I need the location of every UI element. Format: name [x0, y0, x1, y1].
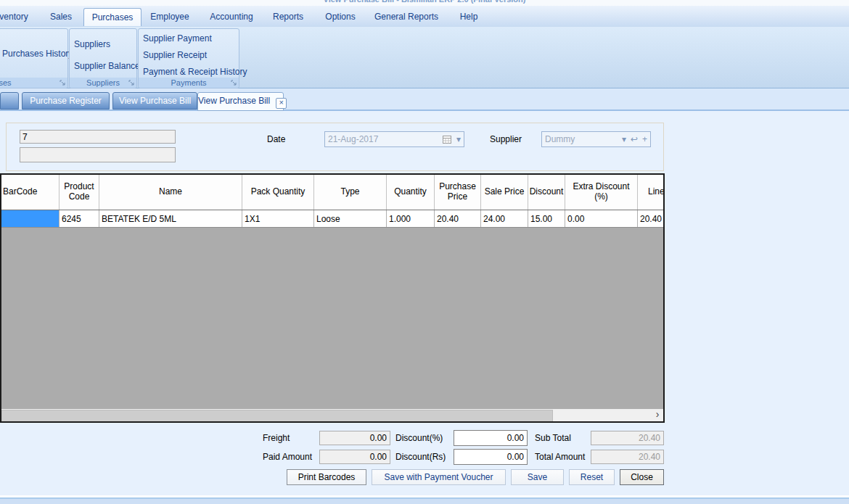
dialog-launcher-icon[interactable]: [128, 80, 135, 86]
close-button[interactable]: Close: [620, 469, 664, 485]
column-header-quantity[interactable]: Quantity: [387, 175, 435, 210]
menu-tab-general-reports[interactable]: General Reports: [369, 8, 444, 25]
date-label: Date: [267, 134, 285, 144]
menu-tab-purchases[interactable]: Purchases: [83, 8, 142, 26]
column-header-discount[interactable]: Discount: [528, 175, 565, 210]
column-header-name[interactable]: Name: [99, 175, 242, 210]
ribbon-item-payment-receipt-history[interactable]: Payment & Receipt History: [143, 67, 247, 77]
ribbon-group-payments: Supplier Payment Supplier Receipt Paymen…: [138, 28, 239, 88]
column-header-sale-price[interactable]: Sale Price: [481, 175, 528, 210]
tab-strip-underline: [0, 110, 849, 111]
supplier-label: Supplier: [490, 134, 522, 144]
menu-tab-options[interactable]: Options: [316, 8, 364, 25]
grid-header-row: BarCode Product Code Name Pack Quantity …: [1, 175, 665, 210]
doc-tab-view-purchase-bill-active[interactable]: View Purchase Bill×: [197, 92, 284, 111]
undo-icon[interactable]: ↩: [631, 134, 638, 144]
chevron-down-icon[interactable]: ▾: [456, 134, 461, 144]
save-button[interactable]: Save: [511, 469, 564, 485]
cell-discount[interactable]: 15.00: [528, 210, 565, 227]
cell-sale-price[interactable]: 24.00: [481, 210, 528, 227]
sub-total-label: Sub Total: [535, 433, 571, 443]
app-window: View Purchase Bill - Bismillah ERP 2.0 (…: [0, 0, 849, 504]
cell-barcode-selected[interactable]: [1, 210, 60, 227]
window-title: View Purchase Bill - Bismillah ERP 2.0 (…: [0, 0, 849, 4]
dialog-launcher-icon[interactable]: [60, 80, 66, 86]
grid-row[interactable]: 6245 BETATEK E/D 5ML 1X1 Loose 1.000 20.…: [1, 210, 665, 228]
scroll-right-icon[interactable]: ›: [652, 409, 663, 421]
total-amount-field: [591, 450, 664, 464]
bill-number-field[interactable]: [20, 130, 176, 144]
menu-tab-inventory[interactable]: ventory: [0, 8, 32, 25]
paid-amount-label: Paid Amount: [263, 452, 312, 462]
column-header-line-total[interactable]: Line Total: [638, 175, 665, 210]
ribbon-group-purchases-title: ses: [0, 78, 67, 88]
supplier-value: Dummy: [545, 134, 618, 144]
cell-pack-quantity[interactable]: 1X1: [242, 210, 314, 227]
ribbon-item-supplier-payment[interactable]: Supplier Payment: [143, 33, 212, 44]
cell-type[interactable]: Loose: [314, 210, 387, 227]
column-header-purchase-price[interactable]: Purchase Price: [435, 175, 481, 210]
cell-extra-discount[interactable]: 0.00: [565, 210, 638, 227]
ribbon-group-purchases: Purchases History ses: [0, 28, 68, 88]
grid-empty-area: [1, 228, 663, 409]
doc-tab-label: View Purchase Bill: [198, 96, 270, 106]
reset-button[interactable]: Reset: [569, 469, 615, 485]
discount-rs-field[interactable]: [454, 449, 528, 465]
column-header-barcode[interactable]: BarCode: [1, 175, 60, 210]
doc-tab-clipped[interactable]: [0, 92, 19, 110]
ribbon-item-suppliers[interactable]: Suppliers: [74, 39, 110, 49]
discount-percent-field[interactable]: [454, 430, 528, 446]
discount-percent-label: Discount(%): [395, 433, 443, 443]
ribbon-group-suppliers-title: Suppliers: [70, 78, 136, 88]
items-grid: BarCode Product Code Name Pack Quantity …: [0, 173, 665, 423]
cell-purchase-price[interactable]: 20.40: [435, 210, 481, 227]
menu-tab-help[interactable]: Help: [451, 8, 486, 25]
doc-tab-purchase-register[interactable]: Purchase Register: [22, 92, 110, 110]
scrollbar-thumb[interactable]: [1, 410, 553, 422]
ribbon-tab-bar: ventory Sales Purchases Employee Account…: [0, 6, 849, 26]
ribbon: Purchases History ses Suppliers Supplier…: [0, 26, 849, 88]
bill-secondary-field[interactable]: [20, 147, 176, 162]
discount-rs-label: Discount(Rs): [395, 452, 446, 462]
menu-tab-reports[interactable]: Reports: [265, 8, 311, 25]
window-bottom-frame: [0, 499, 849, 504]
column-header-pack-quantity[interactable]: Pack Quantity: [242, 175, 314, 210]
column-header-product-code[interactable]: Product Code: [60, 175, 99, 210]
menu-tab-accounting[interactable]: Accounting: [205, 8, 258, 25]
horizontal-scrollbar[interactable]: ›: [1, 409, 663, 421]
paid-amount-field[interactable]: [319, 450, 390, 464]
chevron-down-icon[interactable]: ▾: [622, 134, 626, 144]
cell-name[interactable]: BETATEK E/D 5ML: [99, 210, 242, 227]
ribbon-item-supplier-receipt[interactable]: Supplier Receipt: [143, 50, 207, 60]
cell-product-code[interactable]: 6245: [60, 210, 99, 227]
menu-tab-employee[interactable]: Employee: [142, 8, 197, 25]
ribbon-item-purchases-history[interactable]: Purchases History: [2, 49, 73, 59]
add-supplier-icon[interactable]: +: [642, 134, 647, 144]
date-value: 21-Aug-2017: [328, 134, 442, 144]
dialog-launcher-icon[interactable]: [231, 80, 237, 86]
cell-quantity[interactable]: 1.000: [387, 210, 435, 227]
sub-total-field: [591, 431, 664, 445]
menu-tab-sales[interactable]: Sales: [42, 8, 80, 25]
print-barcodes-button[interactable]: Print Barcodes: [287, 469, 366, 485]
ribbon-item-supplier-balances[interactable]: Supplier Balances: [74, 61, 144, 71]
supplier-combobox[interactable]: Dummy ▾ ↩ +: [541, 131, 651, 147]
total-amount-label: Total Amount: [535, 452, 585, 462]
column-header-type[interactable]: Type: [314, 175, 387, 210]
ribbon-group-suppliers: Suppliers Supplier Balances Suppliers: [69, 28, 137, 88]
cell-line-total[interactable]: 20.40: [638, 210, 665, 227]
calendar-icon[interactable]: [442, 135, 452, 144]
doc-tab-view-purchase-bill-1[interactable]: View Purchase Bill: [112, 92, 197, 110]
freight-field[interactable]: [319, 431, 390, 445]
date-picker[interactable]: 21-Aug-2017 ▾: [324, 131, 464, 147]
freight-label: Freight: [263, 433, 290, 443]
column-header-extra-discount[interactable]: Extra Discount (%): [565, 175, 638, 210]
save-with-payment-voucher-button[interactable]: Save with Payment Voucher: [372, 469, 506, 485]
close-tab-icon[interactable]: ×: [276, 98, 287, 109]
title-bar: View Purchase Bill - Bismillah ERP 2.0 (…: [0, 0, 849, 6]
ribbon-group-payments-title: Payments: [139, 78, 239, 88]
